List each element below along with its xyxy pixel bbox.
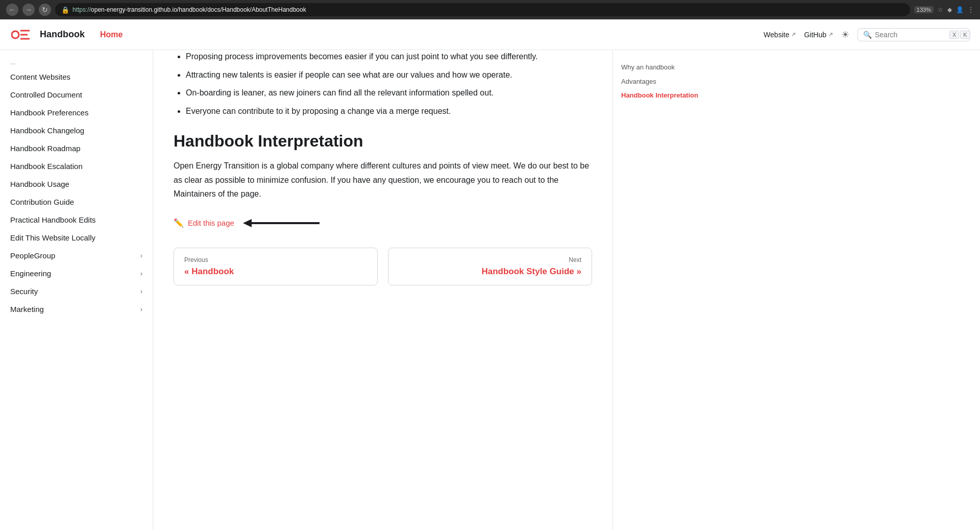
chevron-right-icon: › [140, 252, 142, 259]
kbd-k: K [960, 31, 970, 39]
url-bar[interactable]: 🔒 https://open-energy-transition.github.… [55, 3, 910, 16]
extensions-icon[interactable]: ◆ [947, 6, 952, 13]
browser-toolbar: 133% ☆ ◆ 👤 ⋮ [914, 6, 974, 13]
sidebar-item-handbook-changelog[interactable]: Handbook Changelog [0, 122, 153, 139]
body-paragraph: Open Energy Transition is a global compa… [174, 159, 592, 201]
nav-next-label: Next [399, 256, 581, 263]
back-button[interactable]: ← [6, 4, 18, 16]
site-title[interactable]: Handbook [40, 29, 85, 40]
reload-button[interactable]: ↻ [39, 4, 51, 16]
page-layout: ... Content Websites Controlled Document… [0, 50, 980, 530]
zoom-level: 133% [914, 6, 934, 13]
list-item: Attracting new talents is easier if peop… [186, 68, 592, 82]
toc-item-advantages[interactable]: Advantages [621, 75, 717, 89]
browser-chrome: ← → ↻ 🔒 https://open-energy-transition.g… [0, 0, 980, 19]
list-item: Proposing process improvements becomes e… [186, 50, 592, 63]
url-text: https://open-energy-transition.github.io… [72, 6, 306, 13]
external-link-icon: ↗ [791, 31, 796, 38]
search-box[interactable]: 🔍 X K [857, 28, 970, 41]
chevron-right-icon: › [140, 305, 142, 313]
sidebar-item-people-group[interactable]: PeopleGroup › [0, 247, 153, 264]
nav-cards: Previous « Handbook Next Handbook Style … [174, 248, 592, 285]
list-item: Everyone can contribute to it by proposi… [186, 105, 592, 118]
theme-toggle-button[interactable]: ☀ [841, 29, 849, 40]
sidebar-item-practical-handbook-edits[interactable]: Practical Handbook Edits [0, 211, 153, 229]
menu-icon[interactable]: ⋮ [968, 6, 974, 13]
header-right: Website ↗ GitHub ↗ ☀ 🔍 X K [764, 28, 970, 41]
nav-card-previous[interactable]: Previous « Handbook [174, 248, 378, 285]
forward-button[interactable]: → [22, 4, 35, 16]
sidebar-item-contribution-guide[interactable]: Contribution Guide [0, 193, 153, 211]
sidebar: ... Content Websites Controlled Document… [0, 50, 153, 530]
section-heading: Handbook Interpretation [174, 132, 592, 151]
svg-marker-5 [243, 219, 252, 227]
sidebar-item-content-websites[interactable]: Content Websites [0, 68, 153, 86]
sidebar-item-handbook-escalation[interactable]: Handbook Escalation [0, 157, 153, 175]
sidebar-item-handbook-preferences[interactable]: Handbook Preferences [0, 104, 153, 122]
toc-item-why-an-handbook[interactable]: Why an handbook [621, 60, 717, 75]
pencil-icon: ✏️ [174, 218, 184, 228]
sidebar-item-edit-this-website-locally[interactable]: Edit This Website Locally [0, 229, 153, 247]
right-toc: Why an handbook Advantages Handbook Inte… [612, 50, 725, 530]
nav-card-next[interactable]: Next Handbook Style Guide » [388, 248, 592, 285]
sidebar-item-security[interactable]: Security › [0, 282, 153, 300]
main-content: Proposing process improvements becomes e… [153, 50, 612, 530]
nav-home-link[interactable]: Home [100, 30, 122, 39]
website-link[interactable]: Website ↗ [764, 31, 796, 39]
nav-previous-title: « Handbook [184, 267, 367, 277]
chevron-right-icon: › [140, 270, 142, 277]
arrow-annotation [240, 213, 322, 233]
search-keyboard-shortcut: X K [949, 31, 970, 39]
content-bullets: Proposing process improvements becomes e… [174, 50, 592, 117]
logo-area: Handbook Home [10, 26, 122, 44]
sidebar-item-controlled-document[interactable]: Controlled Document [0, 86, 153, 104]
external-link-icon: ↗ [828, 31, 833, 38]
search-icon: 🔍 [863, 31, 872, 39]
bookmark-icon[interactable]: ☆ [938, 6, 943, 13]
sidebar-item-handbook-roadmap[interactable]: Handbook Roadmap [0, 139, 153, 157]
sidebar-item-marketing[interactable]: Marketing › [0, 300, 153, 318]
list-item: On-boarding is leaner, as new joiners ca… [186, 86, 592, 100]
bullet-list: Proposing process improvements becomes e… [174, 50, 592, 117]
chevron-right-icon: › [140, 287, 142, 295]
kbd-x: X [949, 31, 959, 39]
toc-item-handbook-interpretation[interactable]: Handbook Interpretation [621, 88, 717, 103]
nav-next-title: Handbook Style Guide » [399, 267, 581, 277]
edit-page-link[interactable]: ✏️ Edit this page [174, 218, 234, 228]
sidebar-item-engineering[interactable]: Engineering › [0, 264, 153, 282]
profile-icon[interactable]: 👤 [956, 6, 964, 13]
sidebar-item-handbook-usage[interactable]: Handbook Usage [0, 175, 153, 193]
edit-page-row: ✏️ Edit this page [174, 213, 592, 233]
annotation-arrow [240, 213, 322, 233]
search-input[interactable] [875, 31, 946, 39]
svg-point-0 [12, 31, 19, 38]
github-link[interactable]: GitHub ↗ [804, 31, 833, 39]
site-header: Handbook Home Website ↗ GitHub ↗ ☀ 🔍 X K [0, 19, 980, 50]
logo-icon[interactable] [10, 26, 35, 44]
nav-previous-label: Previous [184, 256, 367, 263]
sidebar-partial: ... [0, 56, 153, 68]
